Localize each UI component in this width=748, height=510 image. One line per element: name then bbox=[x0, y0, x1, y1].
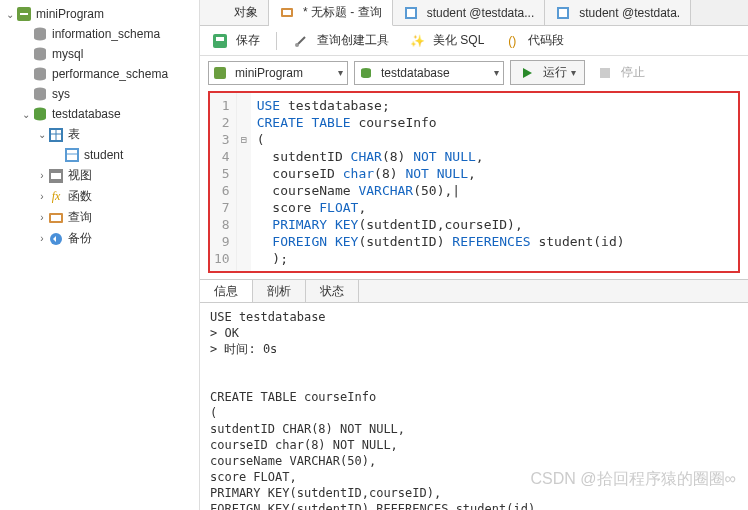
tree-label: mysql bbox=[52, 47, 83, 61]
svg-point-16 bbox=[34, 116, 46, 121]
tree-queries[interactable]: ›查询 bbox=[0, 207, 199, 228]
chevron-right-icon: › bbox=[36, 170, 48, 181]
tree-database-item[interactable]: sys bbox=[0, 84, 199, 104]
database-icon bbox=[32, 46, 48, 62]
result-tab[interactable]: 状态 bbox=[306, 280, 359, 302]
separator bbox=[276, 32, 277, 50]
save-icon bbox=[212, 33, 228, 49]
tab-label: student @testdata. bbox=[579, 6, 680, 20]
tree-backups[interactable]: ›备份 bbox=[0, 228, 199, 249]
tab-label: student @testdata... bbox=[427, 6, 535, 20]
toolbar: 保存 查询创建工具 ✨美化 SQL ()代码段 bbox=[200, 26, 748, 56]
stop-icon bbox=[597, 65, 613, 81]
run-button[interactable]: 运行 ▾ bbox=[510, 60, 585, 85]
code-segment-button[interactable]: ()代码段 bbox=[500, 30, 568, 51]
chevron-down-icon: ▾ bbox=[571, 67, 576, 78]
chevron-right-icon: › bbox=[36, 233, 48, 244]
sql-editor[interactable]: 12345678910 ⊟ USE testdatabase;CREATE TA… bbox=[210, 93, 738, 271]
tree-label: 查询 bbox=[68, 209, 92, 226]
tree-label: 函数 bbox=[68, 188, 92, 205]
result-tab[interactable]: 剖析 bbox=[253, 280, 306, 302]
database-icon bbox=[32, 26, 48, 42]
play-icon bbox=[519, 65, 535, 81]
result-tabs: 信息剖析状态 bbox=[200, 279, 748, 303]
svg-point-37 bbox=[295, 43, 299, 47]
tab-icon bbox=[403, 5, 419, 21]
svg-point-41 bbox=[361, 74, 371, 78]
svg-point-10 bbox=[34, 76, 46, 81]
svg-rect-32 bbox=[407, 9, 415, 17]
save-button[interactable]: 保存 bbox=[208, 30, 264, 51]
tree-functions[interactable]: ›fx函数 bbox=[0, 186, 199, 207]
svg-rect-1 bbox=[20, 13, 28, 15]
tree-views[interactable]: ›视图 bbox=[0, 165, 199, 186]
chevron-right-icon: › bbox=[36, 191, 48, 202]
tab-icon bbox=[279, 5, 295, 21]
tree-label: student bbox=[84, 148, 123, 162]
svg-rect-42 bbox=[600, 68, 610, 78]
function-icon: fx bbox=[48, 189, 64, 205]
database-tree[interactable]: ⌄ miniProgram information_schemamysqlper… bbox=[0, 0, 200, 510]
database-icon bbox=[32, 106, 48, 122]
query-builder-button[interactable]: 查询创建工具 bbox=[289, 30, 393, 51]
tab-label: 对象 bbox=[234, 4, 258, 21]
svg-point-7 bbox=[34, 56, 46, 61]
tree-label: testdatabase bbox=[52, 107, 121, 121]
tree-database-item[interactable]: information_schema bbox=[0, 24, 199, 44]
database-icon bbox=[32, 86, 48, 102]
svg-point-4 bbox=[34, 36, 46, 41]
table-icon bbox=[64, 147, 80, 163]
tree-database-item[interactable]: ⌄testdatabase bbox=[0, 104, 199, 124]
builder-icon bbox=[293, 33, 309, 49]
database-icon bbox=[359, 66, 373, 80]
editor-tabs: 对象* 无标题 - 查询student @testdata...student … bbox=[200, 0, 748, 26]
tree-tables-folder[interactable]: ⌄ 表 bbox=[0, 124, 199, 145]
database-icon bbox=[32, 66, 48, 82]
expand-icon: ⌄ bbox=[4, 9, 16, 20]
table-folder-icon bbox=[48, 127, 64, 143]
tree-label: 视图 bbox=[68, 167, 92, 184]
tree-label: 表 bbox=[68, 126, 80, 143]
backup-icon bbox=[48, 231, 64, 247]
tree-table-item[interactable]: student bbox=[0, 145, 199, 165]
svg-rect-27 bbox=[51, 215, 61, 221]
run-bar: miniProgram ▾ testdatabase ▾ 运行 ▾ 停止 bbox=[200, 56, 748, 89]
chevron-right-icon: › bbox=[36, 212, 48, 223]
svg-rect-36 bbox=[216, 37, 224, 41]
tree-database-item[interactable]: performance_schema bbox=[0, 64, 199, 84]
stop-button: 停止 bbox=[591, 61, 651, 84]
svg-rect-22 bbox=[67, 150, 77, 160]
tab-label: * 无标题 - 查询 bbox=[303, 4, 382, 21]
query-icon bbox=[48, 210, 64, 226]
connection-select[interactable]: miniProgram ▾ bbox=[208, 61, 348, 85]
braces-icon: () bbox=[504, 33, 520, 49]
tree-label: miniProgram bbox=[36, 7, 104, 21]
svg-rect-38 bbox=[214, 67, 226, 79]
chevron-down-icon: ▾ bbox=[338, 67, 343, 78]
expand-icon: ⌄ bbox=[36, 129, 48, 140]
editor-tab[interactable]: student @testdata. bbox=[545, 0, 691, 25]
code-area[interactable]: USE testdatabase;CREATE TABLE courseInfo… bbox=[251, 93, 738, 271]
chevron-down-icon: ▾ bbox=[494, 67, 499, 78]
database-select[interactable]: testdatabase ▾ bbox=[354, 61, 504, 85]
output-panel[interactable]: USE testdatabase > OK > 时间: 0s CREATE TA… bbox=[200, 303, 748, 510]
result-tab[interactable]: 信息 bbox=[200, 280, 253, 302]
tree-root-connection[interactable]: ⌄ miniProgram bbox=[0, 4, 199, 24]
line-numbers: 12345678910 bbox=[210, 93, 237, 271]
svg-rect-30 bbox=[283, 10, 291, 15]
expand-icon: ⌄ bbox=[20, 109, 32, 120]
fold-column: ⊟ bbox=[237, 93, 251, 271]
tab-icon bbox=[555, 5, 571, 21]
tree-label: information_schema bbox=[52, 27, 160, 41]
svg-rect-25 bbox=[51, 173, 61, 179]
editor-tab[interactable]: student @testdata... bbox=[393, 0, 546, 25]
tree-label: 备份 bbox=[68, 230, 92, 247]
svg-point-13 bbox=[34, 96, 46, 101]
beautify-sql-button[interactable]: ✨美化 SQL bbox=[405, 30, 488, 51]
tree-database-item[interactable]: mysql bbox=[0, 44, 199, 64]
svg-rect-34 bbox=[559, 9, 567, 17]
editor-tab[interactable]: 对象 bbox=[200, 0, 269, 25]
editor-tab[interactable]: * 无标题 - 查询 bbox=[269, 0, 393, 26]
tab-icon bbox=[210, 5, 226, 21]
tree-label: sys bbox=[52, 87, 70, 101]
